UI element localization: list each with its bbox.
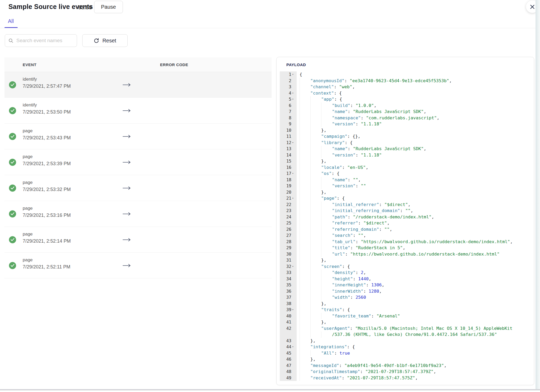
pause-button[interactable]: Pause — [94, 1, 123, 13]
code-text: "version": "1.1.18" — [297, 121, 382, 127]
table-row[interactable]: page7/29/2021, 2:53:39 PM — [4, 149, 272, 175]
indent-guide — [310, 325, 321, 332]
line-number: 48 — [286, 369, 291, 375]
line-number: 12 — [286, 140, 291, 146]
table-row[interactable]: page7/29/2021, 2:53:43 PM — [4, 124, 272, 149]
table-row[interactable]: page7/29/2021, 2:53:32 PM — [4, 175, 272, 201]
json-punctuation: }, — [321, 320, 326, 325]
indent-guide — [321, 214, 332, 220]
pause-button-label: Pause — [101, 4, 116, 10]
code-text: "density": 2, — [297, 270, 366, 276]
json-key: "innerHeight" — [332, 282, 366, 287]
row-arrow-icon[interactable] — [123, 186, 131, 190]
collapse-toggle-spacer — [291, 257, 297, 263]
column-header-event: EVENT — [23, 62, 37, 67]
row-arrow-icon[interactable] — [123, 264, 131, 267]
row-arrow-icon[interactable] — [123, 160, 131, 164]
json-punctuation: : — [350, 103, 356, 108]
code-text: { — [297, 71, 302, 78]
code-line: 49"receivedAt": "2021-07-29T18:57:47.575… — [280, 375, 530, 381]
code-line: 42"userAgent": "Mozilla/5.0 (Macintosh; … — [280, 325, 530, 332]
json-key: "initial_referring_domain" — [332, 208, 400, 213]
table-row[interactable]: identify7/29/2021, 2:53:50 PM — [4, 98, 272, 124]
vertical-scrollbar[interactable] — [536, 0, 540, 389]
indent-guide — [300, 276, 310, 282]
json-string: "web" — [339, 84, 352, 89]
collapse-toggle-icon[interactable]: ▾ — [291, 90, 297, 96]
payload-json-viewer[interactable]: 1▾{2"anonymousId": "ee3a1740-9623-45d4-9… — [280, 71, 530, 384]
event-timestamp: 7/29/2021, 2:57:47 PM — [23, 84, 71, 89]
line-number-gutter: 23 — [280, 208, 297, 214]
line-number-gutter: 33 — [280, 270, 297, 276]
indent-guide — [321, 102, 332, 109]
json-string: /537.36 (KHTML, like Gecko) Chrome/91.0.… — [332, 332, 497, 337]
search-box[interactable] — [5, 34, 77, 47]
code-line: 10}, — [280, 127, 530, 134]
line-number: 47 — [286, 362, 291, 369]
payload-panel: PAYLOAD 1▾{2"anonymousId": "ee3a1740-962… — [276, 57, 534, 385]
json-punctuation: : — [358, 220, 363, 226]
collapse-toggle-icon[interactable]: ▾ — [291, 195, 297, 202]
row-arrow-icon[interactable] — [123, 135, 131, 138]
indent-guide — [300, 208, 310, 214]
collapse-toggle-icon[interactable]: ▾ — [291, 96, 297, 102]
event-timestamp: 7/29/2021, 2:53:32 PM — [23, 187, 71, 192]
indent-guide — [300, 282, 310, 288]
json-punctuation: : — [371, 313, 377, 318]
table-row[interactable]: page7/29/2021, 2:52:11 PM — [4, 253, 272, 278]
json-key: "originalTimestamp" — [310, 369, 360, 374]
collapse-toggle-spacer — [291, 362, 297, 369]
indent-guide — [300, 232, 310, 239]
tab-all[interactable]: All — [8, 18, 14, 24]
indent-guide — [321, 294, 332, 301]
table-row[interactable]: page7/29/2021, 2:53:16 PM — [4, 201, 272, 227]
events-table: EVENT ERROR CODE identify7/29/2021, 2:57… — [4, 57, 272, 278]
reset-button[interactable]: Reset — [82, 34, 128, 47]
collapse-toggle-spacer — [291, 288, 297, 295]
code-text: "os": { — [297, 170, 340, 177]
collapse-toggle-icon[interactable]: ▾ — [291, 170, 297, 177]
json-string: "a4eb9f41-9e54-49df-b1bf-6e1710bf9a23" — [344, 363, 444, 368]
collapse-toggle-icon[interactable]: ▾ — [291, 140, 297, 146]
collapse-toggle-icon[interactable]: ▾ — [291, 263, 297, 270]
table-row[interactable]: identify7/29/2021, 2:57:47 PM — [4, 72, 272, 98]
json-punctuation: }, — [321, 159, 326, 164]
indent-guide — [300, 338, 310, 344]
row-arrow-icon[interactable] — [123, 212, 131, 216]
code-line: 19"version": "" — [280, 183, 530, 189]
search-input[interactable] — [16, 37, 73, 44]
line-number-gutter: 13 — [280, 146, 297, 152]
collapse-toggle-icon[interactable]: ▾ — [291, 71, 297, 78]
line-number-gutter: 29 — [280, 245, 297, 251]
json-punctuation: : — [379, 202, 384, 207]
json-key: "innerWidth" — [332, 289, 363, 294]
line-number: 16 — [286, 164, 291, 171]
horizontal-scrollbar[interactable] — [0, 389, 540, 390]
json-key: "url" — [332, 252, 345, 257]
line-number-gutter: 3 — [280, 84, 297, 90]
line-number: 14 — [286, 152, 291, 158]
line-number-gutter: 28 — [280, 239, 297, 245]
row-arrow-icon[interactable] — [123, 238, 131, 242]
code-line: 34"height": 1440, — [280, 276, 530, 282]
line-number-gutter: 1▾ — [280, 71, 297, 78]
collapse-toggle-icon[interactable]: ▾ — [291, 344, 297, 350]
json-key: "integrations" — [310, 344, 347, 349]
table-row[interactable]: page7/29/2021, 2:52:14 PM — [4, 227, 272, 253]
line-number: 15 — [286, 158, 291, 164]
code-text: }, — [297, 356, 316, 362]
close-icon — [529, 4, 535, 10]
code-text: "referrer": "$direct", — [297, 220, 390, 226]
line-number-gutter: 10 — [280, 127, 297, 134]
row-arrow-icon[interactable] — [123, 83, 131, 87]
line-number-gutter: 4▾ — [280, 90, 297, 96]
line-number: 33 — [286, 270, 291, 276]
code-line: 30"url": "https://bwalvoord.github.io/ru… — [280, 251, 530, 257]
json-number: 2 — [361, 270, 363, 275]
collapse-toggle-spacer — [291, 325, 297, 332]
indent-guide — [310, 257, 321, 263]
line-number: 42 — [286, 325, 291, 332]
collapse-toggle-icon[interactable]: ▾ — [291, 307, 297, 313]
row-arrow-icon[interactable] — [123, 109, 131, 112]
success-check-icon — [9, 262, 16, 269]
